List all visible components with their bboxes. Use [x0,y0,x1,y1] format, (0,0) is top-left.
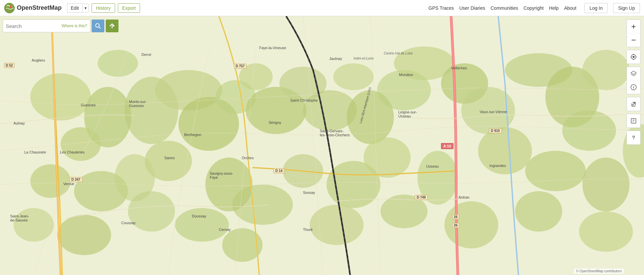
search-bar: Where is this? [3,20,118,32]
help-icon [630,134,637,141]
note-controls [626,114,641,128]
map-svg [0,16,644,275]
login-button[interactable]: Log In [584,3,608,13]
svg-point-37 [525,151,586,191]
copyright-link[interactable]: Copyright [523,5,544,11]
svg-point-51 [633,56,635,58]
svg-point-40 [57,215,111,255]
info-icon: i [630,84,637,91]
svg-point-36 [478,127,532,174]
directions-icon [109,23,115,29]
svg-point-41 [128,191,175,232]
svg-point-49 [98,50,138,77]
help-controls [626,131,641,145]
layers-button[interactable] [627,67,640,80]
add-note-button[interactable] [627,114,640,128]
directions-button[interactable] [106,20,118,32]
svg-point-38 [582,158,630,211]
geolocate-control [626,50,641,64]
note-icon [630,117,637,124]
svg-point-48 [579,211,633,252]
geolocate-button[interactable] [627,50,640,64]
edit-button[interactable]: Edit [67,3,82,13]
gps-traces-link[interactable]: GPS Traces [429,5,454,11]
edit-dropdown-button[interactable]: ▾ [82,4,89,12]
logo-icon [4,3,15,13]
info-button[interactable]: i [627,80,640,94]
signup-button[interactable]: Sign Up [613,3,640,13]
map-controls: + − i [626,20,641,147]
svg-point-34 [364,137,411,178]
export-button[interactable]: Export [118,3,140,13]
search-container: Where is this? [3,20,90,32]
header-nav: GPS Traces User Diaries Communities Copy… [429,3,640,13]
svg-point-39 [13,208,54,242]
svg-text:i: i [633,85,634,89]
logo[interactable]: OpenStreetMap [4,3,62,13]
svg-point-35 [417,151,458,205]
svg-point-25 [582,50,630,90]
svg-point-17 [333,63,374,90]
help-link[interactable]: Help [549,5,559,11]
share-icon [630,101,637,107]
communities-link[interactable]: Communities [490,5,518,11]
share-button[interactable] [627,97,640,111]
geolocate-icon [630,54,637,60]
svg-point-47 [515,191,562,232]
svg-point-42 [175,208,229,242]
share-controls [626,97,641,111]
svg-point-27 [30,164,71,198]
svg-point-13 [239,63,273,90]
header: OpenStreetMap Edit ▾ History Export GPS … [0,0,644,16]
map-help-button[interactable] [627,131,640,144]
about-link[interactable]: About [564,5,577,11]
search-button[interactable] [92,20,104,32]
layers-icon [630,70,637,77]
svg-point-44 [310,205,364,245]
map[interactable]: D 52 Angliers Dercé Faye-la-Vineuse Jaul… [0,16,644,275]
history-button[interactable]: History [92,3,115,13]
user-diaries-link[interactable]: User Diaries [459,5,485,11]
search-input[interactable] [6,23,60,29]
svg-point-63 [633,139,634,140]
search-icon [95,23,101,29]
zoom-controls: + − [626,20,641,47]
zoom-out-button[interactable]: − [627,33,640,47]
zoom-in-button[interactable]: + [627,20,640,33]
svg-point-1 [10,6,12,8]
svg-line-3 [99,27,101,29]
logo-text: OpenStreetMap [17,4,62,11]
svg-point-46 [444,201,498,248]
layer-controls: i [626,67,641,94]
edit-group: Edit ▾ [67,3,89,13]
where-is-this-link[interactable]: Where is this? [62,24,87,28]
svg-point-5 [30,73,91,121]
svg-point-31 [232,184,293,225]
attribution: © OpenStreetMap contributors [574,269,624,274]
